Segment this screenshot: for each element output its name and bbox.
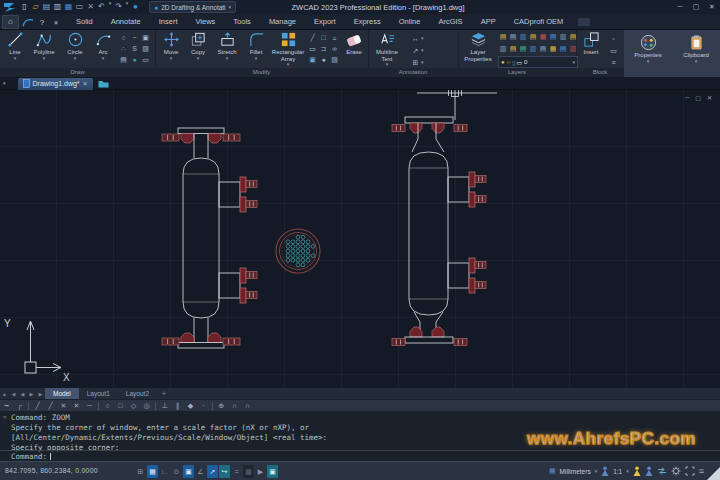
layer-tool-icon-b1[interactable]: ▤ [508, 43, 518, 55]
modify-tool-icon-7[interactable]: ● [318, 54, 329, 65]
minimize-button[interactable]: ─ [672, 0, 688, 14]
add-layout-button[interactable]: + [157, 388, 171, 399]
osnap-toggle[interactable]: ▣ [183, 465, 194, 478]
menu-tab-tools[interactable]: Tools [224, 14, 260, 30]
close-button[interactable]: ✕ [704, 0, 720, 14]
resize-grip[interactable] [707, 467, 720, 480]
command-input[interactable]: Command: [0, 450, 720, 461]
layout-nav-icon-3[interactable]: ▶ [27, 391, 36, 397]
otrack-toggle[interactable]: ∠ [195, 465, 206, 478]
chevron-down-icon[interactable]: ▾ [626, 469, 629, 474]
tab-model[interactable]: Model [45, 388, 79, 399]
redo-icon[interactable]: ↷ [113, 0, 124, 14]
show-lineweight-toggle[interactable]: = [231, 465, 242, 478]
units-label[interactable]: Millimeters [560, 468, 591, 475]
save-as-icon[interactable]: ▥ [52, 0, 63, 14]
draw-tool-icon-1[interactable]: ~ [129, 32, 140, 43]
screen-panel-icon[interactable] [578, 18, 590, 26]
layer-tool-icon-b0[interactable]: ▥ [498, 43, 508, 55]
menu-tab-manage[interactable]: Manage [260, 14, 305, 30]
leader-icon[interactable]: ↗▾ [410, 44, 424, 56]
close-menu-button[interactable]: ✕ [49, 19, 63, 26]
gear-icon[interactable] [671, 466, 681, 476]
layer-tool-icon-b5[interactable]: ▦ [548, 43, 558, 55]
annotation-visibility-icon[interactable] [633, 466, 641, 476]
layer-tool-icon-4[interactable]: ▦ [538, 31, 548, 43]
multiline-text-button[interactable]: Multiline Text▾ [371, 31, 403, 67]
print-icon[interactable]: ▭ [74, 0, 85, 14]
restore-button[interactable]: ▢ [688, 0, 704, 14]
modify-tool-icon-2[interactable]: ▵ [329, 32, 340, 43]
rectangular-array-button[interactable]: Rectangular Array▾ [270, 31, 306, 67]
workspace-selector[interactable]: ● 2D Drafting & Annotati ▾ [149, 1, 236, 13]
clipboard-button[interactable]: Clipboard▾ [678, 34, 714, 64]
tab-layout1[interactable]: Layout1 [79, 388, 118, 399]
modify-tool-icon-6[interactable]: ▣ [307, 54, 318, 65]
draw-tool-icon-7[interactable]: ● [129, 54, 140, 65]
markup-icon[interactable]: ✕ [85, 0, 96, 14]
draw-tool-icon-2[interactable]: ▣ [140, 32, 151, 43]
layers-preview-icon[interactable]: ▦ [63, 0, 74, 14]
stretch-button[interactable]: Stretch▾ [212, 31, 242, 61]
home-icon[interactable]: ⌂ [2, 15, 19, 29]
cloud-icon[interactable]: ● [130, 0, 141, 14]
annotation-scale-label[interactable]: 1:1 [613, 468, 622, 475]
draw-tool-icon-0[interactable]: ○ [118, 32, 129, 43]
dynamic-input-toggle[interactable]: ↗ [207, 465, 218, 478]
viewport-restore-icon[interactable]: ▢ [695, 94, 701, 101]
polyline-button[interactable]: Polyline▾ [28, 31, 60, 61]
draw-tool-icon-4[interactable]: S [129, 43, 140, 54]
layer-tool-icon-6[interactable]: ▥ [558, 31, 568, 43]
ortho-toggle[interactable]: ∟ [159, 465, 170, 478]
menu-tab-annotate[interactable]: Annotate [102, 14, 150, 30]
viewport-minimize-icon[interactable]: ─ [685, 94, 689, 101]
menu-tab-express[interactable]: Express [345, 14, 390, 30]
menu-tab-views[interactable]: Views [186, 14, 224, 30]
arc-tool-icon[interactable] [21, 16, 35, 28]
properties-button[interactable]: Properties▾ [630, 34, 666, 64]
move-button[interactable]: Move▾ [158, 31, 184, 61]
layer-tool-icon-b3[interactable]: ▥ [528, 43, 538, 55]
layer-tool-icon-0[interactable]: ▤ [498, 31, 508, 43]
erase-button[interactable]: Erase [342, 31, 366, 56]
menu-tab-app[interactable]: APP [472, 14, 505, 30]
line-button[interactable]: Line▾ [2, 31, 28, 61]
modify-tool-icon-1[interactable]: □ [318, 32, 329, 43]
menu-tab-export[interactable]: Export [305, 14, 345, 30]
draw-tool-icon-3[interactable]: ∴ [118, 43, 129, 54]
modify-tool-icon-0[interactable]: ╱ [307, 32, 318, 43]
menu-tab-arcgis[interactable]: ArcGIS [429, 14, 471, 30]
circle-button[interactable]: Circle▾ [61, 31, 89, 61]
tab-layout2[interactable]: Layout2 [118, 388, 157, 399]
attribute-icon[interactable]: ≡ [608, 56, 619, 68]
selection-preview-toggle[interactable]: ▶ [255, 465, 266, 478]
polar-toggle[interactable]: ⊙ [171, 465, 182, 478]
menu-tab-solid[interactable]: Solid [67, 14, 102, 30]
close-icon[interactable]: ✕ [3, 413, 7, 420]
draw-tool-icon-5[interactable]: ▨ [140, 43, 151, 54]
modify-tool-icon-5[interactable]: ∞ [329, 43, 340, 54]
layer-tool-icon-1[interactable]: ▤ [508, 31, 518, 43]
close-tab-icon[interactable]: ✕ [83, 80, 88, 87]
transparency-toggle[interactable]: ▩ [243, 465, 254, 478]
layer-tool-icon-b2[interactable]: ▤ [518, 43, 528, 55]
modify-tool-icon-8[interactable]: ▨ [329, 54, 340, 65]
layer-select[interactable]: ●☼▯▭ 0 ▾ [498, 56, 578, 68]
layout-nav-icon-1[interactable]: ◀ [9, 391, 18, 397]
selection-cycling-toggle[interactable]: ▣ [267, 465, 278, 478]
lineweight-toggle[interactable]: ↪ [219, 465, 230, 478]
layout-nav-icon-0[interactable]: ▲ [0, 391, 9, 397]
drawing-canvas[interactable]: Y X ─▢✕ [0, 90, 720, 388]
status-menu-icon[interactable]: ≡ [699, 466, 704, 476]
new-file-icon[interactable]: ▯ [19, 0, 30, 14]
arc-button[interactable]: Arc▾ [90, 31, 116, 61]
insert-block-button[interactable]: Insert [578, 31, 604, 56]
draw-tool-icon-6[interactable]: ▤ [118, 54, 129, 65]
viewport-close-icon[interactable]: ✕ [707, 94, 712, 101]
help-button[interactable]: ? [35, 18, 49, 27]
layout-nav-icon-4[interactable]: ▶ [36, 391, 45, 397]
copy-button[interactable]: Copy▾ [185, 31, 211, 61]
dimension-icon[interactable]: ↔▾ [410, 32, 424, 44]
layer-tool-icon-b4[interactable]: ▤ [538, 43, 548, 55]
modify-tool-icon-4[interactable]: ⊐ [318, 43, 329, 54]
